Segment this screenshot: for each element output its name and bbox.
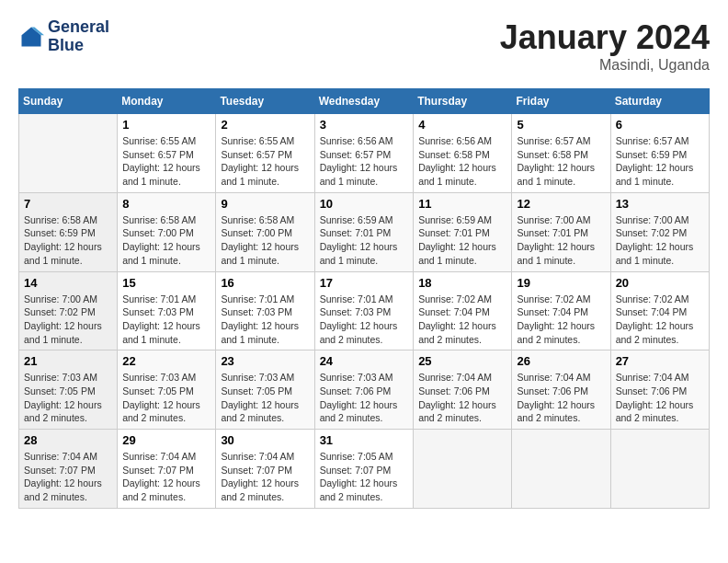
title-section: January 2024 Masindi, Uganda (500, 18, 710, 74)
calendar-cell (610, 430, 709, 509)
calendar-cell: 6Sunrise: 6:57 AM Sunset: 6:59 PM Daylig… (610, 114, 709, 193)
calendar-cell: 17Sunrise: 7:01 AM Sunset: 7:03 PM Dayli… (314, 271, 414, 350)
calendar-cell: 5Sunrise: 6:57 AM Sunset: 6:58 PM Daylig… (512, 114, 610, 193)
calendar-cell: 30Sunrise: 7:04 AM Sunset: 7:07 PM Dayli… (216, 430, 314, 509)
day-number: 22 (122, 354, 210, 368)
day-info: Sunrise: 6:57 AM Sunset: 6:58 PM Dayligh… (517, 134, 605, 189)
calendar-cell: 23Sunrise: 7:03 AM Sunset: 7:05 PM Dayli… (216, 350, 314, 430)
day-info: Sunrise: 7:00 AM Sunset: 7:02 PM Dayligh… (24, 293, 112, 347)
calendar-cell: 10Sunrise: 6:59 AM Sunset: 7:01 PM Dayli… (314, 192, 414, 271)
logo: General Blue (18, 18, 109, 55)
day-info: Sunrise: 7:05 AM Sunset: 7:07 PM Dayligh… (320, 450, 409, 504)
day-info: Sunrise: 6:58 AM Sunset: 7:00 PM Dayligh… (221, 213, 309, 268)
day-info: Sunrise: 6:59 AM Sunset: 7:01 PM Dayligh… (418, 213, 506, 268)
day-info: Sunrise: 7:04 AM Sunset: 7:06 PM Dayligh… (418, 371, 506, 425)
day-number: 18 (418, 276, 506, 290)
day-number: 11 (418, 197, 506, 211)
calendar-cell (512, 430, 610, 509)
day-number: 29 (122, 433, 210, 447)
day-info: Sunrise: 7:01 AM Sunset: 7:03 PM Dayligh… (122, 293, 210, 347)
day-info: Sunrise: 7:00 AM Sunset: 7:02 PM Dayligh… (616, 213, 704, 268)
calendar-cell: 22Sunrise: 7:03 AM Sunset: 7:05 PM Dayli… (118, 350, 216, 430)
calendar-cell: 4Sunrise: 6:56 AM Sunset: 6:58 PM Daylig… (414, 114, 512, 193)
day-number: 7 (24, 197, 112, 211)
day-number: 19 (517, 276, 605, 290)
day-info: Sunrise: 6:56 AM Sunset: 6:58 PM Dayligh… (418, 134, 506, 189)
day-info: Sunrise: 7:03 AM Sunset: 7:05 PM Dayligh… (122, 371, 210, 425)
calendar-cell: 29Sunrise: 7:04 AM Sunset: 7:07 PM Dayli… (118, 430, 216, 509)
day-number: 16 (221, 276, 309, 290)
day-number: 9 (221, 197, 309, 211)
day-number: 21 (24, 354, 112, 368)
day-info: Sunrise: 6:56 AM Sunset: 6:57 PM Dayligh… (320, 134, 409, 189)
day-info: Sunrise: 7:00 AM Sunset: 7:01 PM Dayligh… (517, 213, 605, 268)
day-info: Sunrise: 6:59 AM Sunset: 7:01 PM Dayligh… (320, 213, 409, 268)
day-number: 15 (122, 276, 210, 290)
week-row-1: 1Sunrise: 6:55 AM Sunset: 6:57 PM Daylig… (19, 114, 710, 193)
weekday-header-tuesday: Tuesday (216, 89, 314, 114)
day-number: 20 (616, 276, 704, 290)
day-number: 23 (221, 354, 309, 368)
day-number: 3 (320, 118, 409, 132)
day-number: 31 (320, 433, 409, 447)
day-info: Sunrise: 7:04 AM Sunset: 7:07 PM Dayligh… (122, 450, 210, 504)
calendar-cell: 27Sunrise: 7:04 AM Sunset: 7:06 PM Dayli… (610, 350, 709, 430)
day-info: Sunrise: 7:02 AM Sunset: 7:04 PM Dayligh… (418, 293, 506, 347)
weekday-header-sunday: Sunday (19, 89, 118, 114)
calendar-cell: 3Sunrise: 6:56 AM Sunset: 6:57 PM Daylig… (314, 114, 414, 193)
day-info: Sunrise: 7:01 AM Sunset: 7:03 PM Dayligh… (320, 293, 409, 347)
weekday-header-monday: Monday (118, 89, 216, 114)
day-number: 10 (320, 197, 409, 211)
calendar-cell: 12Sunrise: 7:00 AM Sunset: 7:01 PM Dayli… (512, 192, 610, 271)
day-info: Sunrise: 7:03 AM Sunset: 7:06 PM Dayligh… (320, 371, 409, 425)
calendar-cell: 25Sunrise: 7:04 AM Sunset: 7:06 PM Dayli… (414, 350, 512, 430)
calendar-cell: 20Sunrise: 7:02 AM Sunset: 7:04 PM Dayli… (610, 271, 709, 350)
logo-text: General Blue (48, 18, 109, 55)
calendar-cell: 18Sunrise: 7:02 AM Sunset: 7:04 PM Dayli… (414, 271, 512, 350)
month-title: January 2024 (500, 18, 710, 57)
calendar-cell: 31Sunrise: 7:05 AM Sunset: 7:07 PM Dayli… (314, 430, 414, 509)
day-number: 6 (616, 118, 704, 132)
calendar-table: SundayMondayTuesdayWednesdayThursdayFrid… (18, 88, 710, 509)
day-info: Sunrise: 6:55 AM Sunset: 6:57 PM Dayligh… (122, 134, 210, 189)
calendar-cell: 26Sunrise: 7:04 AM Sunset: 7:06 PM Dayli… (512, 350, 610, 430)
calendar-cell: 21Sunrise: 7:03 AM Sunset: 7:05 PM Dayli… (19, 350, 118, 430)
week-row-2: 7Sunrise: 6:58 AM Sunset: 6:59 PM Daylig… (19, 192, 710, 271)
day-info: Sunrise: 7:04 AM Sunset: 7:07 PM Dayligh… (221, 450, 309, 504)
day-info: Sunrise: 7:03 AM Sunset: 7:05 PM Dayligh… (221, 371, 309, 425)
calendar-cell: 28Sunrise: 7:04 AM Sunset: 7:07 PM Dayli… (19, 430, 118, 509)
day-info: Sunrise: 7:03 AM Sunset: 7:05 PM Dayligh… (24, 371, 112, 425)
day-number: 4 (418, 118, 506, 132)
day-number: 30 (221, 433, 309, 447)
day-number: 5 (517, 118, 605, 132)
day-info: Sunrise: 7:04 AM Sunset: 7:07 PM Dayligh… (24, 450, 112, 504)
calendar-cell: 15Sunrise: 7:01 AM Sunset: 7:03 PM Dayli… (118, 271, 216, 350)
day-number: 12 (517, 197, 605, 211)
calendar-cell: 13Sunrise: 7:00 AM Sunset: 7:02 PM Dayli… (610, 192, 709, 271)
day-info: Sunrise: 7:02 AM Sunset: 7:04 PM Dayligh… (616, 293, 704, 347)
day-number: 27 (616, 354, 704, 368)
day-number: 25 (418, 354, 506, 368)
logo-line1: General (48, 18, 109, 37)
day-info: Sunrise: 6:55 AM Sunset: 6:57 PM Dayligh… (221, 134, 309, 189)
day-info: Sunrise: 6:58 AM Sunset: 7:00 PM Dayligh… (122, 213, 210, 268)
logo-line2: Blue (48, 37, 109, 55)
calendar-cell (19, 114, 118, 193)
day-number: 8 (122, 197, 210, 211)
calendar-cell: 8Sunrise: 6:58 AM Sunset: 7:00 PM Daylig… (118, 192, 216, 271)
day-number: 17 (320, 276, 409, 290)
calendar-cell (414, 430, 512, 509)
day-info: Sunrise: 6:57 AM Sunset: 6:59 PM Dayligh… (616, 134, 704, 189)
calendar-cell: 16Sunrise: 7:01 AM Sunset: 7:03 PM Dayli… (216, 271, 314, 350)
day-number: 13 (616, 197, 704, 211)
calendar-cell: 24Sunrise: 7:03 AM Sunset: 7:06 PM Dayli… (314, 350, 414, 430)
weekday-header-row: SundayMondayTuesdayWednesdayThursdayFrid… (19, 89, 710, 114)
page-header: General Blue January 2024 Masindi, Ugand… (18, 18, 710, 74)
day-number: 26 (517, 354, 605, 368)
week-row-4: 21Sunrise: 7:03 AM Sunset: 7:05 PM Dayli… (19, 350, 710, 430)
svg-marker-0 (22, 27, 41, 46)
calendar-cell: 2Sunrise: 6:55 AM Sunset: 6:57 PM Daylig… (216, 114, 314, 193)
weekday-header-friday: Friday (512, 89, 610, 114)
day-number: 24 (320, 354, 409, 368)
day-info: Sunrise: 6:58 AM Sunset: 6:59 PM Dayligh… (24, 213, 112, 268)
